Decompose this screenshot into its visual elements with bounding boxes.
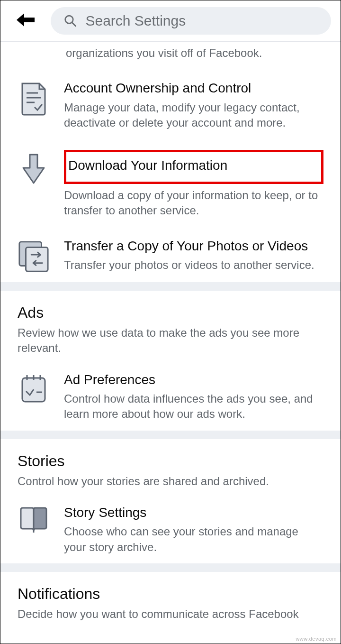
- item-download-information[interactable]: Download Your Information Download a cop…: [0, 139, 341, 227]
- item-title: Account Ownership and Control: [64, 80, 323, 97]
- item-description: Download a copy of your information to k…: [64, 188, 323, 219]
- document-check-icon: [18, 80, 50, 116]
- notifications-section: Notifications Decide how you want to com…: [0, 572, 341, 626]
- truncated-description: organizations you visit off of Facebook.: [0, 42, 341, 69]
- item-account-ownership[interactable]: Account Ownership and Control Manage you…: [0, 69, 341, 139]
- search-bar[interactable]: [51, 7, 331, 35]
- section-title: Notifications: [18, 585, 323, 603]
- section-header: Stories Control how your stories are sha…: [0, 439, 341, 494]
- item-description: Transfer your photos or videos to anothe…: [64, 258, 323, 273]
- back-arrow-icon: [16, 12, 36, 28]
- item-title: Story Settings: [64, 504, 323, 521]
- item-title: Transfer a Copy of Your Photos or Videos: [64, 238, 323, 255]
- item-description: Choose who can see your stories and mana…: [64, 524, 323, 555]
- section-divider: [0, 563, 341, 572]
- item-ad-preferences[interactable]: Ad Preferences Control how data influenc…: [0, 361, 341, 431]
- section-subtitle: Decide how you want to communicate acros…: [18, 607, 323, 622]
- item-description: Control how data influences the ads you …: [64, 391, 323, 422]
- svg-rect-6: [26, 247, 48, 271]
- item-description: Manage your data, modify your legacy con…: [64, 100, 323, 131]
- section-title: Stories: [18, 452, 323, 470]
- stories-section: Stories Control how your stories are sha…: [0, 439, 341, 564]
- section-title: Ads: [18, 304, 323, 322]
- section-divider: [0, 431, 341, 439]
- item-transfer-copy[interactable]: Transfer a Copy of Your Photos or Videos…: [0, 227, 341, 282]
- section-header: Ads Review how we use data to make the a…: [0, 291, 341, 361]
- ads-section: Ads Review how we use data to make the a…: [0, 291, 341, 431]
- header: [0, 0, 341, 42]
- svg-line-1: [72, 23, 75, 26]
- calendar-check-icon: [18, 371, 50, 404]
- your-information-section: Account Ownership and Control Manage you…: [0, 69, 341, 282]
- item-title: Download Your Information: [68, 157, 319, 174]
- section-header: Notifications Decide how you want to com…: [0, 572, 341, 626]
- watermark: www.devaq.com: [296, 636, 337, 642]
- transfer-icon: [18, 238, 50, 274]
- back-button[interactable]: [16, 12, 36, 29]
- download-arrow-icon: [18, 150, 50, 186]
- section-divider: [0, 282, 341, 291]
- section-subtitle: Review how we use data to make the ads y…: [18, 325, 323, 356]
- search-icon: [64, 14, 77, 28]
- item-story-settings[interactable]: Story Settings Choose who can see your s…: [0, 494, 341, 563]
- highlight-box: Download Your Information: [64, 150, 323, 184]
- search-input[interactable]: [85, 13, 318, 29]
- section-subtitle: Control how your stories are shared and …: [18, 474, 323, 489]
- book-icon: [18, 504, 50, 534]
- item-title: Ad Preferences: [64, 371, 323, 388]
